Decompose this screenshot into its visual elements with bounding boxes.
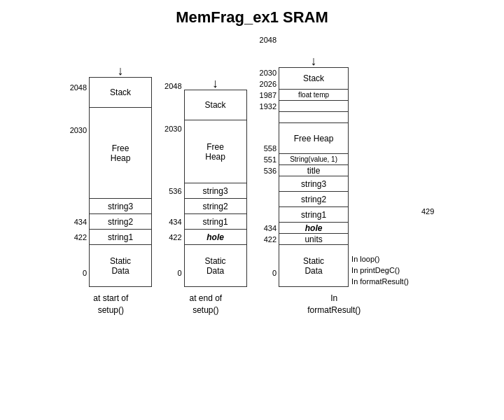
segment-static-data: StaticData — [89, 245, 152, 287]
segment-static-data: StaticData — [279, 245, 349, 287]
diagram-label-1: at start ofsetup() — [93, 293, 128, 316]
segment-hole: hole — [184, 230, 247, 245]
diagram-label-3: InformatResult() — [307, 293, 360, 316]
addr: 434 — [264, 223, 276, 234]
addr: 2048 — [70, 81, 87, 94]
mem-blocks-1: ↓ Stack FreeHeap string3 string2 string1… — [89, 64, 152, 287]
addr: 536 — [169, 183, 181, 199]
addr: 536 — [264, 165, 276, 176]
addr: 1932 — [260, 101, 276, 112]
rl-in-formatresult: In formatResult() — [351, 276, 409, 287]
segment-string1: string1 — [279, 207, 349, 223]
addr: 558 — [264, 143, 276, 154]
addr: 422 — [169, 230, 181, 245]
segment-title: title — [279, 165, 349, 176]
addr: 0 — [177, 259, 181, 287]
segment-string2: string2 — [279, 192, 349, 207]
diagram-1: 2048 2030 434 422 0 ↓ Stack FreeHeap str… — [70, 64, 152, 316]
segment-static-data: StaticData — [184, 245, 247, 287]
rl-in-loop: In loop() — [351, 253, 409, 265]
addr: 2030 — [164, 122, 181, 136]
segment-hole: hole — [279, 223, 349, 234]
addr: 2030 — [260, 67, 276, 78]
segment-string3: string3 — [279, 176, 349, 192]
arrow-container: ↓ — [279, 55, 349, 67]
arrow-down-icon: ↓ — [212, 76, 218, 90]
addr: 422 — [264, 234, 276, 245]
addr: 422 — [74, 230, 87, 245]
addr: 434 — [169, 214, 181, 230]
addr-col-3: 2048 2030 2026 1987 1932 558 551 536 434… — [260, 34, 276, 287]
segment-free-heap: Free Heap — [279, 123, 349, 154]
segment-stack: Stack — [89, 77, 152, 108]
rl-spacer — [351, 218, 409, 253]
addr: 1987 — [260, 90, 276, 101]
diagram-label-2: at end ofsetup() — [189, 293, 222, 316]
arrow-container: ↓ — [184, 77, 247, 90]
addr: 0 — [83, 259, 87, 287]
addr: 0 — [272, 259, 276, 287]
diagram-4: 429 — [421, 45, 434, 316]
addr: 551 — [264, 154, 276, 165]
addr-col-1: 2048 2030 434 422 0 — [70, 81, 87, 287]
segment-float-temp: float temp — [279, 90, 349, 101]
segment-string2: string2 — [89, 214, 152, 230]
mem-blocks-3: ↓ Stack float temp Free Heap String(valu… — [279, 55, 349, 287]
segment-empty-2 — [279, 112, 349, 123]
segment-string3: string3 — [89, 199, 152, 214]
addr: 434 — [74, 214, 87, 230]
addr-col-4: 429 — [421, 45, 434, 311]
segment-empty-1 — [279, 101, 349, 112]
addr-col-2: 2048 2030 536 434 422 0 — [164, 80, 181, 287]
addr: 2030 — [70, 123, 87, 137]
arrow-container: ↓ — [89, 64, 152, 77]
diagrams-row: 2048 2030 434 422 0 ↓ Stack FreeHeap str… — [0, 34, 504, 316]
arrow-down-icon: ↓ — [118, 64, 124, 78]
segment-stack: Stack — [279, 67, 349, 90]
segment-free-heap: FreeHeap — [184, 120, 247, 183]
segment-string2: string2 — [184, 199, 247, 214]
segment-string-value: String(value, 1) — [279, 154, 349, 165]
segment-stack: Stack — [184, 90, 247, 120]
segment-string1: string1 — [89, 230, 152, 245]
addr-429: 429 — [421, 207, 434, 216]
segment-units: units — [279, 234, 349, 245]
page-title: MemFrag_ex1 SRAM — [0, 0, 504, 27]
diagram-3: 2048 2030 2026 1987 1932 558 551 536 434… — [260, 34, 409, 316]
addr: 2048 — [260, 34, 276, 46]
rl-in-printdegc: In printDegC() — [351, 265, 409, 276]
addr: 2048 — [164, 80, 181, 92]
segment-free-heap: FreeHeap — [89, 108, 152, 199]
diagram-2: 2048 2030 536 434 422 0 ↓ Stack FreeHeap… — [164, 77, 246, 316]
segment-string1: string1 — [184, 214, 247, 230]
segment-string3: string3 — [184, 183, 247, 199]
mem-blocks-2: ↓ Stack FreeHeap string3 string2 string1… — [184, 77, 247, 287]
addr: 2026 — [260, 78, 276, 90]
arrow-down-icon: ↓ — [311, 54, 317, 68]
right-labels-3: In loop() In printDegC() In formatResult… — [351, 218, 409, 287]
